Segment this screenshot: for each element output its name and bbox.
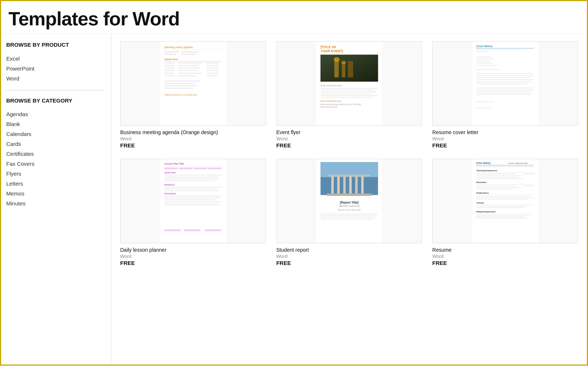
svg-point-40 [334,57,340,62]
svg-rect-38 [342,62,345,78]
template-price-5: FREE [432,260,578,266]
sidebar-item-calendars[interactable]: Calendars [6,129,104,139]
svg-rect-149 [476,216,526,217]
template-price-0: FREE [120,142,266,148]
template-card-student-report[interactable]: [Report Title] [REPORT SUBTITLE] [Name] … [276,159,422,266]
svg-point-41 [341,61,346,64]
svg-rect-100 [205,229,222,231]
svg-rect-144 [476,206,529,207]
sidebar-item-word[interactable]: Word [6,73,104,83]
svg-rect-68 [476,83,527,84]
sidebar-item-memos[interactable]: Memos [6,189,104,198]
svg-rect-145 [476,207,524,208]
template-card-resume[interactable]: [Your Name] Career Objective title Teach… [432,159,578,266]
svg-rect-47 [320,95,377,96]
svg-rect-66 [476,79,534,80]
template-name-2: Resume cover letter [432,129,578,135]
svg-rect-67 [476,81,532,82]
sidebar-item-letters[interactable]: Letters [6,179,104,189]
svg-rect-43 [320,88,378,89]
svg-rect-116 [320,215,374,216]
browse-product-title: BROWSE BY PRODUCT [6,41,104,49]
svg-rect-63 [476,73,534,74]
template-thumbnail-resume: [Your Name] Career Objective title Teach… [432,159,578,243]
content-area: [Meeting name] agenda Agenda Items [111,34,587,365]
template-name-1: Event flyer [276,129,422,135]
svg-rect-26 [207,75,219,76]
template-product-3: Word [120,254,266,259]
product-links-list: Excel PowerPoint Word [6,54,104,83]
svg-rect-17 [207,67,219,68]
svg-text:[Event Subtitle/Description]: [Event Subtitle/Description] [320,85,342,87]
svg-rect-64 [476,75,534,76]
svg-text:Lesson Plan Title: Lesson Plan Title [164,162,184,165]
svg-rect-104 [331,176,334,195]
svg-rect-56 [476,51,488,52]
svg-rect-60 [476,63,493,64]
sidebar-item-fax-covers[interactable]: Fax Covers [6,159,104,169]
svg-rect-98 [164,229,181,231]
svg-rect-14 [207,65,219,66]
template-card-event-flyer[interactable]: [TITLE OF YOUR EVENT] [276,41,422,148]
svg-rect-135 [476,187,521,188]
svg-rect-69 [476,87,534,88]
svg-rect-16 [178,67,201,68]
sidebar-item-agendas[interactable]: Agendas [6,109,104,119]
sidebar-item-certificates[interactable]: Certificates [6,149,104,159]
svg-rect-15 [164,67,175,68]
svg-rect-95 [164,201,221,202]
template-thumbnail-student-report: [Report Title] [REPORT SUBTITLE] [Name] … [276,159,422,243]
svg-rect-32 [316,42,382,125]
sidebar-item-flyers[interactable]: Flyers [6,169,104,179]
svg-text:Additional Instructions or com: Additional Instructions or comments here [164,94,197,96]
svg-rect-65 [476,77,530,78]
template-product-1: Word [276,136,422,141]
sidebar-item-cards[interactable]: Cards [6,139,104,149]
svg-rect-141 [476,199,527,200]
svg-rect-57 [476,57,491,57]
svg-rect-94 [164,199,215,200]
sidebar-item-excel[interactable]: Excel [6,54,104,64]
svg-text:[Web Address], [Email]: [Web Address], [Email] [320,106,337,108]
svg-text:[REPORT SUBTITLE]: [REPORT SUBTITLE] [339,205,359,207]
svg-rect-115 [320,214,378,214]
svg-text:Agenda Items: Agenda Items [164,58,178,60]
svg-rect-4 [164,54,176,55]
sidebar-divider [6,90,104,90]
template-product-0: Word [120,136,266,141]
svg-rect-3 [164,51,179,53]
svg-rect-108 [355,176,358,195]
svg-rect-127 [523,173,535,174]
category-links-list: Agendas Blank Calendars Cards Certificat… [6,109,104,208]
svg-rect-80 [194,168,207,169]
sidebar-item-blank[interactable]: Blank [6,119,104,129]
svg-rect-27 [164,80,200,82]
svg-rect-136 [476,189,512,190]
svg-rect-19 [178,70,198,71]
svg-rect-25 [178,75,196,76]
template-card-resume-cover-letter[interactable]: [Your Name] [432,41,578,148]
svg-rect-118 [320,219,371,220]
svg-rect-126 [476,173,515,174]
template-product-5: Word [432,254,578,259]
svg-rect-133 [476,186,515,186]
svg-rect-84 [164,176,218,177]
sidebar-item-minutes[interactable]: Minutes [6,198,104,208]
svg-rect-134 [523,186,535,186]
svg-rect-46 [320,93,371,94]
svg-text:Articles: Articles [476,202,484,204]
svg-rect-45 [320,92,376,92]
template-card-daily-lesson-planner[interactable]: Lesson Plan Title OBJECTIVES [120,159,266,266]
svg-rect-79 [179,168,193,169]
svg-rect-106 [343,176,346,195]
template-card-business-meeting-agenda[interactable]: [Meeting name] agenda Agenda Items [120,41,266,148]
svg-rect-59 [476,61,490,61]
main-layout: BROWSE BY PRODUCT Excel PowerPoint Word … [1,34,587,365]
svg-rect-81 [208,168,222,169]
sidebar-item-powerpoint[interactable]: PowerPoint [6,64,104,73]
page-title: Templates for Word [8,8,580,30]
page-wrapper: Templates for Word BROWSE BY PRODUCT Exc… [1,1,587,365]
svg-rect-61 [476,65,497,66]
svg-rect-30 [164,87,193,89]
svg-rect-74 [476,107,491,108]
